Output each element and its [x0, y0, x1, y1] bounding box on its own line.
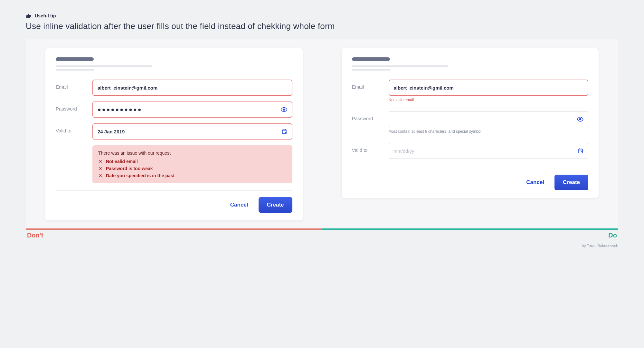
email-label: Email: [352, 80, 382, 90]
password-label: Password: [56, 102, 86, 111]
subtitle-placeholder-line: [352, 65, 449, 67]
valid-to-placeholder: mm/dd/yy: [393, 148, 578, 154]
valid-to-label: Valid to: [56, 123, 86, 133]
dont-card: Email albert_einstein@gmil.com Password …: [45, 48, 303, 220]
error-item: Password is too weak: [98, 166, 287, 171]
error-text: Not valid email: [106, 159, 138, 164]
credit-text: by Taras Bakusevych: [26, 244, 618, 248]
password-label: Password: [352, 111, 382, 121]
subtitle-placeholder-line: [56, 65, 152, 67]
panel-labels-row: Don't Do: [26, 230, 618, 239]
do-underline: [322, 228, 618, 230]
email-input[interactable]: albert_einstein@gmil.com: [92, 80, 292, 96]
form-row-password: Password ●●●●●●●●●●: [56, 102, 292, 118]
x-icon: [98, 166, 103, 171]
calendar-icon[interactable]: [281, 129, 287, 134]
subtitle-placeholder-line: [56, 69, 94, 71]
valid-to-value: 24 Jan 2019: [98, 129, 281, 134]
error-item: Not valid email: [98, 159, 287, 164]
thumbs-up-icon: [26, 13, 32, 19]
tip-header: Useful tip: [26, 13, 618, 19]
email-helper-error: Not valid email: [389, 98, 589, 102]
x-icon: [98, 159, 103, 164]
form-actions: Cancel Create: [56, 197, 292, 213]
do-panel: Email albert_einstein@gmil.com Not valid…: [322, 39, 618, 228]
dont-underline: [26, 228, 322, 230]
do-label: Do: [608, 232, 617, 239]
calendar-icon[interactable]: [578, 148, 583, 154]
comparison-container: Email albert_einstein@gmil.com Password …: [26, 39, 618, 228]
tip-title: Use inline validation after the user fil…: [26, 21, 618, 31]
divider: [56, 190, 292, 191]
error-text: Password is too weak: [106, 166, 153, 171]
form-row-valid-to: Valid to mm/dd/yy: [352, 143, 589, 159]
svg-point-0: [283, 109, 285, 111]
x-icon: [98, 173, 103, 178]
valid-to-label: Valid to: [352, 143, 382, 153]
create-button[interactable]: Create: [554, 175, 588, 190]
error-item: Date you specified is in the past: [98, 173, 287, 178]
form-row-password: Password Must contain at least 8 charect…: [352, 111, 589, 134]
valid-to-input[interactable]: 24 Jan 2019: [92, 123, 292, 140]
svg-point-1: [580, 119, 581, 120]
form-row-email: Email albert_einstein@gmil.com Not valid…: [352, 80, 589, 102]
title-placeholder-bar: [56, 57, 94, 61]
cancel-button[interactable]: Cancel: [522, 175, 548, 189]
error-summary-box: There was an issue with our request Not …: [92, 145, 292, 183]
dont-label: Don't: [27, 232, 43, 239]
email-value: albert_einstein@gmil.com: [394, 85, 583, 91]
underline-bar: [26, 228, 618, 230]
email-value: albert_einstein@gmil.com: [98, 85, 287, 91]
eye-icon[interactable]: [281, 106, 287, 113]
divider: [352, 168, 589, 168]
form-actions: Cancel Create: [352, 175, 589, 190]
valid-to-input[interactable]: mm/dd/yy: [389, 143, 589, 159]
cancel-button[interactable]: Cancel: [226, 198, 252, 212]
email-input[interactable]: albert_einstein@gmil.com: [389, 80, 589, 96]
form-row-email: Email albert_einstein@gmil.com: [56, 80, 292, 96]
email-label: Email: [56, 80, 86, 90]
subtitle-placeholder-line: [352, 69, 391, 71]
password-input[interactable]: [389, 111, 589, 127]
error-text: Date you specified is in the past: [106, 173, 175, 178]
eye-icon[interactable]: [577, 116, 583, 122]
tip-label: Useful tip: [35, 13, 56, 18]
password-helper: Must contain at least 8 charecters, and …: [389, 129, 589, 134]
password-value: ●●●●●●●●●●: [98, 106, 281, 113]
error-summary-title: There was an issue with our request: [98, 150, 287, 156]
form-row-valid-to: Valid to 24 Jan 2019: [56, 123, 292, 140]
title-placeholder-bar: [352, 57, 390, 61]
dont-panel: Email albert_einstein@gmil.com Password …: [26, 39, 322, 228]
do-card: Email albert_einstein@gmil.com Not valid…: [342, 48, 599, 198]
password-input[interactable]: ●●●●●●●●●●: [92, 102, 292, 118]
create-button[interactable]: Create: [259, 197, 292, 213]
